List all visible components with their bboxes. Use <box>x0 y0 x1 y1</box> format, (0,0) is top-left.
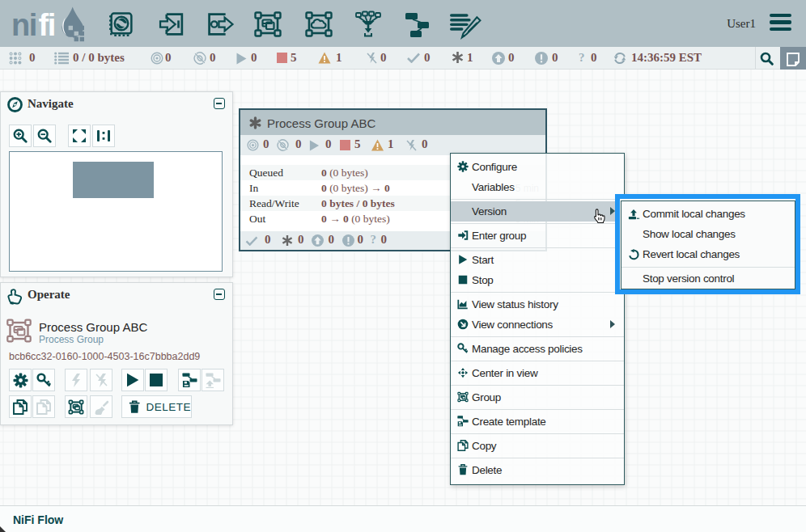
svg-text:ni: ni <box>11 8 36 42</box>
svg-text:fi: fi <box>39 8 55 42</box>
